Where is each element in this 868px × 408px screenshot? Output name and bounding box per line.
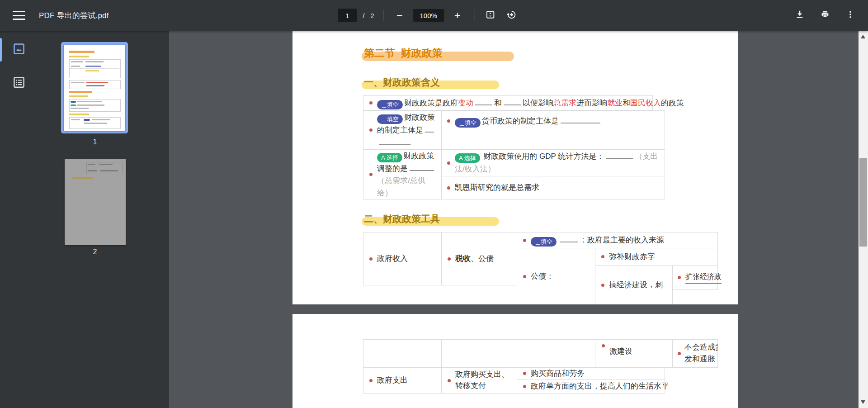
toolbar-divider bbox=[383, 9, 383, 21]
rotate-counterclockwise-icon bbox=[506, 9, 517, 22]
fit-to-page-button[interactable] bbox=[483, 8, 498, 23]
pdf-page-2: 激建设 不会造成货 发和通胀 政府支出 政府购买支出、 转移支付 bbox=[292, 314, 738, 408]
choice-badge: A 选择 bbox=[455, 153, 480, 163]
table-cell: 扩张经济政 bbox=[673, 266, 722, 289]
vertical-scrollbar[interactable] bbox=[859, 31, 868, 408]
more-options-button[interactable] bbox=[843, 8, 858, 23]
thumbnail-page-1[interactable] bbox=[61, 42, 128, 133]
bullet-dot bbox=[369, 128, 373, 132]
table-cell: 政府单方面的支出，提高人们的生活水平 bbox=[517, 380, 676, 393]
scrollbar-thumb[interactable] bbox=[859, 158, 867, 247]
page-total: 2 bbox=[370, 12, 374, 19]
blank-underline bbox=[560, 235, 578, 242]
table-row: ＿填空财政政策是政府变动和以便影响总需求进而影响就业和国民收入的政策 bbox=[363, 95, 653, 110]
blank-underline bbox=[561, 116, 600, 123]
subheading-meaning: 一、财政政策含义 bbox=[364, 76, 440, 89]
choice-badge: A 选择 bbox=[377, 153, 402, 162]
rotate-button[interactable] bbox=[504, 8, 519, 23]
print-icon bbox=[820, 9, 830, 21]
table-cell: 购买商品和劳务 bbox=[517, 368, 676, 379]
bullet-dot bbox=[601, 255, 604, 258]
bullet-dot bbox=[369, 173, 373, 176]
table-cell: 政府购买支出、 转移支付 bbox=[442, 368, 527, 393]
thumbnail-page-2-preview bbox=[65, 159, 126, 245]
bullet-dot bbox=[447, 186, 450, 190]
table-cell: 政府收入 bbox=[363, 232, 453, 285]
thumbnail-page-2-label: 2 bbox=[61, 248, 129, 256]
menu-icon[interactable] bbox=[13, 11, 25, 20]
toolbar: PDF 导出的尝试.pdf / 2 − 100% + bbox=[0, 0, 868, 31]
bullet-dot bbox=[447, 161, 450, 165]
bullet-dot bbox=[369, 257, 373, 261]
bullet-dot bbox=[678, 276, 681, 279]
table-cell: 不会造成货 发和通胀 bbox=[673, 340, 717, 367]
bullet-dot bbox=[678, 352, 681, 355]
document-viewport[interactable]: 第二节 财政政策 一、财政政策含义 ＿填空财政政策是政府变动和以便影响总需求进而… bbox=[169, 31, 859, 408]
outline-pane-button[interactable] bbox=[11, 75, 27, 91]
zoom-out-button[interactable]: − bbox=[392, 8, 407, 23]
bullet-dot bbox=[602, 344, 605, 347]
document-title: PDF 导出的尝试.pdf bbox=[39, 10, 109, 21]
table-cell: A 选择财政政策调整的是（总需求/总供给） bbox=[363, 150, 442, 199]
zoom-level-display: 100% bbox=[413, 9, 444, 22]
table-cell: ＿填空：政府最主要的收入来源 bbox=[517, 232, 729, 248]
fill-blank-badge: ＿填空 bbox=[377, 100, 403, 109]
toolbar-divider bbox=[474, 9, 474, 21]
thumbnails-icon bbox=[12, 42, 26, 57]
bullet-dot bbox=[447, 119, 450, 123]
table-cell: 激建设 bbox=[595, 340, 672, 367]
blank-underline bbox=[379, 138, 410, 145]
active-pane-indicator bbox=[0, 38, 2, 62]
bullet-dot bbox=[601, 284, 604, 287]
scroll-up-arrow[interactable] bbox=[861, 35, 865, 38]
zoom-in-button[interactable]: + bbox=[450, 8, 465, 23]
bullet-dot bbox=[448, 257, 451, 261]
fit-to-page-icon bbox=[485, 9, 495, 22]
fill-blank-badge: ＿填空 bbox=[377, 114, 403, 124]
scroll-down-arrow[interactable] bbox=[861, 400, 865, 404]
table-cell: 搞经济建设，刺 bbox=[595, 266, 681, 304]
bullet-dot bbox=[369, 379, 373, 382]
table-cell: 税收、公债 bbox=[442, 232, 528, 285]
bullet-dot bbox=[448, 379, 451, 382]
bullet-dot bbox=[369, 101, 373, 104]
thumbnail-page-2[interactable] bbox=[65, 159, 126, 245]
table-cell: ＿填空财政政策的制定主体是 bbox=[363, 110, 442, 150]
thumbnails-pane-button[interactable] bbox=[11, 42, 27, 58]
bullet-dot bbox=[523, 372, 526, 375]
fill-blank-badge: ＿填空 bbox=[531, 237, 557, 247]
print-button[interactable] bbox=[817, 8, 833, 23]
document-outline-icon bbox=[12, 76, 26, 91]
page-number-input[interactable] bbox=[338, 9, 357, 22]
pdf-page-1: 第二节 财政政策 一、财政政策含义 ＿填空财政政策是政府变动和以便影响总需求进而… bbox=[292, 31, 738, 304]
thumbnail-page-1-preview bbox=[64, 45, 125, 131]
subheading-tools: 二、财政政策工具 bbox=[364, 213, 440, 225]
bullet-dot bbox=[523, 275, 526, 278]
bullet-dot bbox=[523, 385, 526, 388]
table-cell: 公债： bbox=[517, 248, 607, 304]
blank-underline bbox=[606, 151, 633, 159]
blank-underline bbox=[425, 125, 434, 133]
page-separator: / bbox=[363, 12, 364, 19]
table-cell: 政府支出 bbox=[363, 368, 453, 393]
table-cell: A 选择 财政政策使用的 GDP 统计方法是：（支出法/收入法） bbox=[441, 150, 665, 176]
pdf-viewer-window: PDF 导出的尝试.pdf / 2 − 100% + bbox=[0, 0, 868, 408]
download-icon bbox=[795, 9, 805, 21]
table-cell: ＿填空货币政策的制定主体是 bbox=[441, 110, 665, 150]
table-cell: 凯恩斯研究的就是总需求 bbox=[441, 176, 665, 199]
fill-blank-badge: ＿填空 bbox=[455, 118, 481, 128]
blank-underline bbox=[410, 163, 434, 171]
blank-underline bbox=[475, 98, 492, 105]
thumbnail-page-1-label: 1 bbox=[61, 138, 129, 146]
sidebar: 1 2 bbox=[0, 31, 169, 408]
table-cell: 弥补财政赤字 bbox=[595, 248, 729, 265]
section-heading: 第二节 财政政策 bbox=[364, 46, 443, 60]
blank-underline bbox=[504, 98, 521, 105]
kebab-menu-icon bbox=[846, 10, 855, 21]
download-button[interactable] bbox=[792, 8, 807, 23]
